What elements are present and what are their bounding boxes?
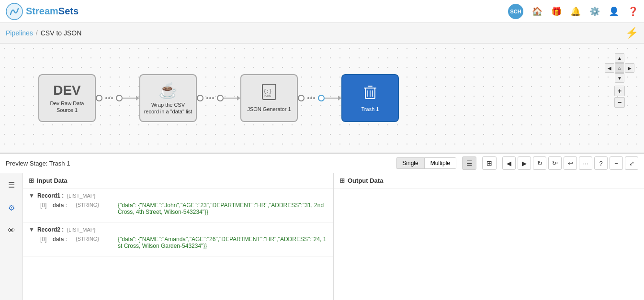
connector-3 <box>298 94 341 102</box>
mode-toggle: Single Multiple <box>396 157 456 169</box>
gift-icon[interactable]: 🎁 <box>551 6 562 17</box>
strip-settings-btn[interactable]: ⚙ <box>4 200 19 215</box>
conn-line-1 <box>123 98 136 99</box>
mode-multiple-btn[interactable]: Multiple <box>425 158 456 168</box>
coffee-icon: ☕ <box>158 81 178 100</box>
conn-arrow-1 <box>136 96 139 100</box>
user-icon[interactable]: 👤 <box>609 6 619 17</box>
split-panel: ☰ ⚙ 👁 ⊞ Input Data ▼ Record1 : {LIST_MAP… <box>0 173 644 300</box>
left-strip: ☰ ⚙ 👁 <box>0 173 23 300</box>
zoom-in[interactable]: + <box>614 86 625 96</box>
port-out-3 <box>298 95 305 101</box>
node-wrap-box[interactable]: ☕ Wrap the CSVrecord in a "data" list <box>139 74 197 122</box>
pipeline-nodes: DEV Dev Raw DataSource 1 ☕ Wrap the CSVr… <box>0 44 644 153</box>
mode-single-btn[interactable]: Single <box>396 158 424 168</box>
conn-line-3 <box>325 98 338 99</box>
port-in-4 <box>318 95 325 101</box>
record-2: ▼ Record2 : {LIST_MAP} [0] data : {STRIN… <box>23 222 333 256</box>
next-btn[interactable]: ▶ <box>518 156 531 170</box>
zoom-controls: + − <box>614 86 625 108</box>
output-panel-title: Output Data <box>348 177 383 184</box>
record-1-field-name: data : <box>53 202 72 209</box>
record-2-field-type: {STRING} <box>76 236 114 242</box>
record-2-name: Record2 : <box>37 226 64 233</box>
breadcrumb-separator: / <box>36 29 38 37</box>
strip-list-btn[interactable]: ☰ <box>4 177 19 192</box>
node-json[interactable]: {:} JSON JSON Generator 1 <box>240 74 298 122</box>
node-dev-box[interactable]: DEV Dev Raw DataSource 1 <box>38 74 96 122</box>
output-panel-header: ⊞ Output Data <box>334 173 644 189</box>
node-json-label: JSON Generator 1 <box>244 106 294 112</box>
maximize-btn[interactable]: ⤢ <box>625 156 638 170</box>
conn-dots-3 <box>305 94 318 102</box>
refresh-btn[interactable]: ↻ <box>533 156 546 170</box>
record-1-field-value: {"data": {"NAME":"John","AGE":"23","DEPA… <box>118 202 328 215</box>
home-icon[interactable]: 🏠 <box>532 6 542 17</box>
node-wrap[interactable]: ☕ Wrap the CSVrecord in a "data" list <box>139 74 197 122</box>
record-1-title: ▼ Record1 : {LIST_MAP} <box>29 192 328 199</box>
conn-line-2 <box>224 98 237 99</box>
data-panels: ⊞ Input Data ▼ Record1 : {LIST_MAP} [0] … <box>23 173 644 300</box>
help-icon[interactable]: ❓ <box>628 6 638 17</box>
nav-right[interactable]: ▶ <box>625 63 634 73</box>
minimize-btn[interactable]: − <box>610 156 623 170</box>
nav-left[interactable]: ◀ <box>605 63 614 73</box>
prev-btn[interactable]: ◀ <box>502 156 516 170</box>
node-dev-label: Dev Raw DataSource 1 <box>47 100 87 114</box>
node-trash[interactable]: Trash 1 <box>341 74 399 122</box>
record-2-type: {LIST_MAP} <box>67 227 96 233</box>
preview-actions: ◀ ▶ ↻ ↻* ↩ ··· ? − ⤢ <box>502 156 638 170</box>
record-1-toggle[interactable]: ▼ <box>29 192 34 199</box>
refresh-arrow-btn[interactable]: ↻* <box>548 156 562 170</box>
list-view-btn[interactable]: ☰ <box>462 156 476 170</box>
node-dev[interactable]: DEV Dev Raw DataSource 1 <box>38 74 96 122</box>
node-trash-label: Trash 1 <box>359 106 382 112</box>
nav-down[interactable]: ▼ <box>615 73 624 83</box>
connector-1 <box>96 94 139 102</box>
help-preview-btn[interactable]: ? <box>594 156 608 170</box>
svg-text:JSON: JSON <box>263 94 271 98</box>
bell-icon[interactable]: 🔔 <box>570 6 581 17</box>
undo-btn[interactable]: ↩ <box>564 156 577 170</box>
record-2-row-0: [0] data : {STRING} {"data": {"NAME":"Am… <box>29 235 328 250</box>
output-panel-icon: ⊞ <box>339 177 345 184</box>
logo-text: StreamSets <box>26 6 79 17</box>
grid-view-btn[interactable]: ⊞ <box>482 156 497 170</box>
app-header: StreamSets SCH 🏠 🎁 🔔 ⚙️ 👤 ❓ <box>0 0 644 23</box>
connector-2 <box>197 94 240 102</box>
more-btn[interactable]: ··· <box>579 156 592 170</box>
record-2-field-idx: [0] <box>40 236 49 243</box>
run-button[interactable]: ⚡ <box>625 27 638 39</box>
nav-center[interactable]: ⌂ <box>615 63 624 73</box>
logo[interactable]: StreamSets <box>6 3 79 20</box>
conn-arrow-3 <box>338 96 341 100</box>
port-out-1 <box>96 95 102 101</box>
json-icon: {:} JSON <box>260 83 278 104</box>
input-panel-header: ⊞ Input Data <box>23 173 333 189</box>
preview-title: Preview Stage: Trash 1 <box>6 160 390 167</box>
zoom-out[interactable]: − <box>614 97 625 108</box>
record-1-field-idx: [0] <box>40 202 49 209</box>
record-1: ▼ Record1 : {LIST_MAP} [0] data : {STRIN… <box>23 189 333 222</box>
record-1-type: {LIST_MAP} <box>67 193 96 199</box>
input-panel: ⊞ Input Data ▼ Record1 : {LIST_MAP} [0] … <box>23 173 334 300</box>
record-2-toggle[interactable]: ▼ <box>29 226 34 233</box>
pipelines-link[interactable]: Pipelines <box>6 29 33 37</box>
gear-icon[interactable]: ⚙️ <box>589 6 600 17</box>
conn-arrow-2 <box>237 96 240 100</box>
conn-dots-1 <box>102 94 116 102</box>
record-2-title: ▼ Record2 : {LIST_MAP} <box>29 226 328 233</box>
record-2-field-value: {"data": {"NAME":"Amanda","AGE":"26","DE… <box>118 236 328 249</box>
sch-badge[interactable]: SCH <box>508 4 523 19</box>
header-nav: SCH 🏠 🎁 🔔 ⚙️ 👤 ❓ <box>508 4 638 19</box>
strip-view-btn[interactable]: 👁 <box>4 223 19 238</box>
svg-text:{:}: {:} <box>263 89 272 94</box>
node-json-box[interactable]: {:} JSON JSON Generator 1 <box>240 74 298 122</box>
node-wrap-label: Wrap the CSVrecord in a "data" list <box>141 101 195 115</box>
nav-up[interactable]: ▲ <box>615 53 624 63</box>
pipeline-name: CSV to JSON <box>41 29 82 37</box>
port-in-2 <box>116 95 123 101</box>
node-trash-box[interactable]: Trash 1 <box>341 74 399 122</box>
breadcrumb: Pipelines / CSV to JSON ⚡ <box>0 23 644 44</box>
nav-controls: ▲ ◀ ⌂ ▶ ▼ + − <box>605 53 634 108</box>
